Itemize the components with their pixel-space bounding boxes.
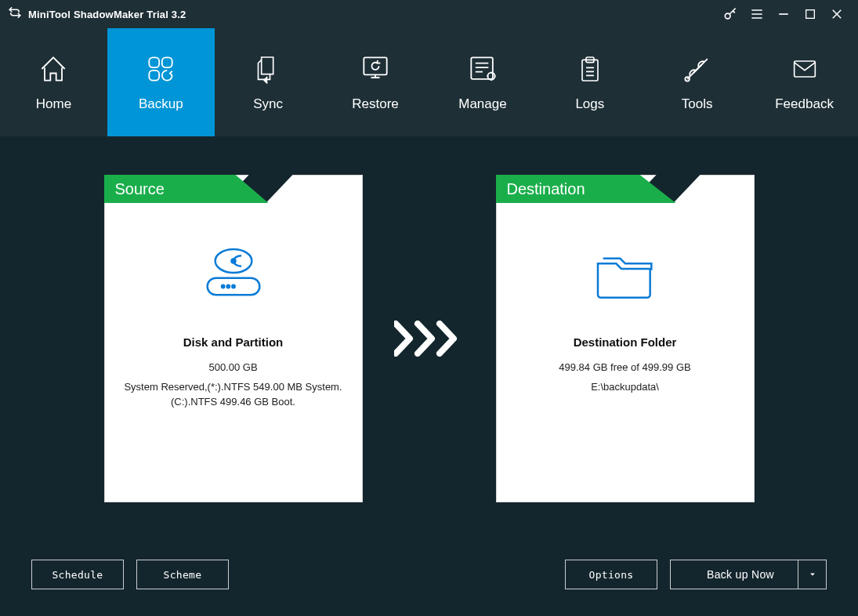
disk-icon (194, 234, 273, 312)
svg-rect-11 (794, 61, 815, 77)
svg-point-13 (222, 285, 224, 288)
svg-rect-4 (150, 71, 160, 81)
backup-now-button[interactable]: Back up Now (670, 560, 827, 589)
nav-label: Logs (575, 96, 604, 112)
source-header: Source (104, 175, 269, 203)
nav-label: Manage (458, 96, 506, 112)
destination-free: 499.84 GB free of 499.99 GB (559, 361, 690, 373)
source-detail-2: (C:).NTFS 499.46 GB Boot. (171, 396, 295, 408)
source-title: Disk and Partition (183, 335, 284, 349)
main-area: Source Disk and Partition 500.00 GB Syst… (0, 136, 858, 541)
menu-icon[interactable] (744, 0, 770, 28)
title-bar: MiniTool ShadowMaker Trial 3.2 (0, 0, 858, 28)
key-icon[interactable] (717, 0, 744, 28)
nav-restore[interactable]: Restore (322, 28, 429, 136)
nav-label: Tools (682, 96, 713, 112)
nav-label: Restore (352, 96, 399, 112)
backup-now-label: Back up Now (707, 568, 774, 581)
svg-rect-5 (364, 57, 386, 74)
nav-home[interactable]: Home (0, 28, 107, 136)
destination-path: E:\backupdata\ (591, 381, 659, 393)
backup-icon (143, 53, 178, 85)
schedule-button[interactable]: Schedule (31, 560, 124, 589)
app-title: MiniTool ShadowMaker Trial 3.2 (28, 9, 186, 20)
arrow-icon (394, 321, 465, 357)
nav-tools[interactable]: Tools (643, 28, 751, 136)
dropdown-caret-icon[interactable] (798, 560, 826, 589)
home-icon (36, 53, 71, 85)
scheme-button[interactable]: Scheme (136, 560, 229, 589)
source-detail-1: System Reserved,(*:).NTFS 549.00 MB Syst… (124, 381, 342, 393)
destination-title: Destination Folder (574, 335, 677, 349)
nav-sync[interactable]: Sync (215, 28, 322, 136)
svg-rect-1 (806, 10, 815, 19)
logs-icon (574, 53, 606, 85)
options-button[interactable]: Options (565, 560, 657, 589)
svg-rect-3 (162, 57, 172, 67)
close-button[interactable] (824, 0, 850, 28)
destination-card[interactable]: Destination Destination Folder 499.84 GB… (496, 175, 755, 502)
app-logo-icon (8, 5, 22, 23)
nav-label: Sync (253, 96, 283, 112)
minimize-button[interactable] (770, 0, 797, 28)
nav-feedback[interactable]: Feedback (751, 28, 858, 136)
nav-backup[interactable]: Backup (107, 28, 215, 136)
folder-icon (586, 234, 664, 312)
main-nav: Home Backup Sync Restore (0, 28, 858, 136)
sync-icon (252, 53, 284, 85)
svg-point-17 (231, 259, 235, 263)
svg-rect-2 (150, 57, 160, 67)
nav-label: Backup (139, 96, 183, 112)
nav-manage[interactable]: Manage (429, 28, 537, 136)
nav-logs[interactable]: Logs (536, 28, 643, 136)
bottom-bar: Schedule Scheme Options Back up Now (0, 541, 858, 616)
nav-label: Feedback (775, 96, 834, 112)
svg-point-15 (232, 285, 234, 288)
feedback-icon (787, 53, 822, 85)
tools-icon (680, 53, 715, 85)
nav-label: Home (36, 96, 71, 112)
source-card[interactable]: Source Disk and Partition 500.00 GB Syst… (104, 175, 363, 502)
svg-point-0 (725, 13, 730, 19)
svg-point-14 (226, 285, 229, 288)
manage-icon (465, 53, 500, 85)
source-capacity: 500.00 GB (208, 361, 257, 373)
maximize-button[interactable] (797, 0, 824, 28)
restore-icon (358, 53, 393, 85)
destination-header: Destination (496, 175, 676, 203)
